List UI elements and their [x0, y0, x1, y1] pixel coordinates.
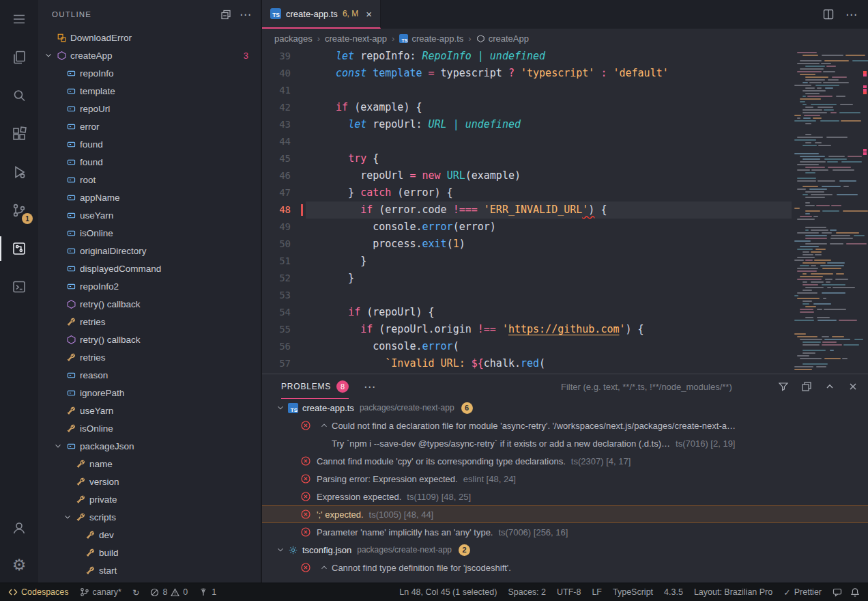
filter-icon[interactable]	[778, 381, 789, 392]
problem-item[interactable]: Expression expected.ts(1109) [48, 25]	[262, 488, 868, 505]
outline-item-displayedcommand[interactable]: displayedCommand	[38, 260, 261, 277]
run-debug-icon[interactable]	[0, 153, 38, 191]
search-icon[interactable]	[0, 76, 38, 115]
typescript-version-status[interactable]: 4.3.5	[664, 587, 683, 597]
tab-create-app-ts[interactable]: TS create-app.ts 6, M ×	[262, 0, 381, 29]
code-line-57[interactable]: 57 `Invalid URL: ${chalk.red(	[262, 355, 792, 372]
code-line-58[interactable]: 58 `"${example}"`)}	[262, 372, 792, 374]
outline-item-start[interactable]: start	[38, 561, 261, 579]
outline-item-repoinfo2[interactable]: repoInfo2	[38, 277, 261, 295]
problem-item[interactable]: Cannot find type definition file for 'js…	[262, 559, 868, 576]
outline-item-isonline[interactable]: isOnline	[38, 419, 261, 437]
outline-item-repourl[interactable]: repoUrl	[38, 100, 261, 117]
encoding-status[interactable]: UTF-8	[557, 587, 581, 597]
editor-more-icon[interactable]: ⋯	[845, 9, 857, 20]
minimap[interactable]	[792, 48, 868, 374]
code-line-43[interactable]: 43 let repoUrl: URL | undefined	[262, 116, 792, 133]
code-line-50[interactable]: 50 process.exit(1)	[262, 236, 792, 253]
outline-item-repoinfo[interactable]: repoInfo	[38, 64, 261, 82]
outline-item-retries[interactable]: retries	[38, 313, 261, 331]
breadcrumb-file[interactable]: TS create-app.ts	[399, 33, 463, 44]
code-line-41[interactable]: 41	[262, 82, 792, 99]
breadcrumb-create-next-app[interactable]: create-next-app	[325, 33, 387, 44]
layout-status[interactable]: Layout: Brazilian Pro	[694, 587, 772, 597]
language-mode-status[interactable]: TypeScript	[613, 587, 653, 597]
outline-item-retries[interactable]: retries	[38, 348, 261, 366]
code-line-47[interactable]: 47 } catch (error) {	[262, 184, 792, 201]
feedback-icon[interactable]	[833, 587, 842, 597]
code-area[interactable]: 39 let repoInfo: RepoInfo | undefined40 …	[262, 48, 792, 374]
cursor-position-status[interactable]: Ln 48, Col 45 (1 selected)	[399, 587, 497, 597]
code-line-42[interactable]: 42 if (example) {	[262, 99, 792, 116]
sync-icon[interactable]: ↻	[132, 587, 139, 598]
code-line-45[interactable]: 45 try {	[262, 150, 792, 167]
problem-detail-row[interactable]: The file is in the program because:	[262, 576, 868, 583]
problems-file-row-tsconfig-json[interactable]: tsconfig.jsonpackages/create-next-app2	[262, 541, 868, 559]
problems-file-row-create-app-ts[interactable]: TScreate-app.tspackages/create-next-app6	[262, 399, 868, 417]
ports-forwarded-status[interactable]: 1	[199, 587, 216, 597]
eol-status[interactable]: LF	[592, 587, 602, 597]
outline-item-name[interactable]: name	[38, 455, 261, 473]
maximize-panel-icon[interactable]	[824, 381, 835, 392]
accounts-icon[interactable]	[0, 509, 38, 547]
code-line-39[interactable]: 39 let repoInfo: RepoInfo | undefined	[262, 48, 792, 65]
outline-item-isonline[interactable]: isOnline	[38, 224, 261, 242]
outline-item-retry-callback[interactable]: retry() callback	[38, 331, 261, 348]
outline-more-icon[interactable]: ⋯	[240, 9, 251, 20]
code-line-54[interactable]: 54 if (repoUrl) {	[262, 304, 792, 321]
indentation-status[interactable]: Spaces: 2	[508, 587, 546, 597]
outline-item-downloaderror[interactable]: DownloadError	[38, 29, 261, 46]
problem-item[interactable]: Parameter 'name' implicitly has an 'any'…	[262, 523, 868, 541]
code-line-46[interactable]: 46 repoUrl = new URL(example)	[262, 167, 792, 184]
notifications-bell-icon[interactable]	[850, 587, 860, 597]
breadcrumb-packages[interactable]: packages	[274, 33, 313, 44]
problem-item[interactable]: Could not find a declaration file for mo…	[262, 417, 868, 434]
problem-detail-row[interactable]: Try `npm i --save-dev @types/async-retry…	[262, 434, 868, 452]
menu-icon[interactable]	[0, 0, 38, 38]
code-line-55[interactable]: 55 if (repoUrl.origin !== 'https://githu…	[262, 321, 792, 338]
outline-item-version[interactable]: version	[38, 473, 261, 490]
tab-problems[interactable]: PROBLEMS 8	[281, 374, 349, 399]
problem-item[interactable]: Parsing error: Expression expected.eslin…	[262, 470, 868, 488]
outline-item-found[interactable]: found	[38, 135, 261, 153]
source-control-icon[interactable]: 1	[0, 191, 38, 229]
outline-item-packagejson[interactable]: packageJson	[38, 437, 261, 455]
outline-item-private[interactable]: private	[38, 490, 261, 508]
outline-item-appname[interactable]: appName	[38, 188, 261, 206]
outline-item-useyarn[interactable]: useYarn	[38, 206, 261, 224]
terminal-panel-icon[interactable]	[0, 268, 38, 306]
code-line-40[interactable]: 40 const template = typescript ? 'typesc…	[262, 65, 792, 82]
outline-item-createapp[interactable]: createApp3	[38, 46, 261, 64]
outline-item-template[interactable]: template	[38, 82, 261, 100]
problem-item[interactable]: ';' expected.ts(1005) [48, 44]	[262, 505, 868, 523]
outline-item-found[interactable]: found	[38, 153, 261, 171]
close-panel-icon[interactable]	[848, 381, 858, 392]
outline-item-ignorepath[interactable]: ignorePath	[38, 384, 261, 402]
code-line-48[interactable]: 48 if (error.code !=== 'ERR_INVALID_URL'…	[262, 201, 792, 219]
collapse-all-icon[interactable]	[220, 9, 231, 20]
explorer-icon[interactable]	[0, 38, 38, 76]
code-line-44[interactable]: 44	[262, 133, 792, 150]
outline-item-originaldirectory[interactable]: originalDirectory	[38, 242, 261, 260]
problems-status[interactable]: 8 0	[150, 587, 188, 597]
code-line-49[interactable]: 49 console.error(error)	[262, 219, 792, 236]
outline-item-build[interactable]: build	[38, 544, 261, 561]
outline-item-scripts[interactable]: scripts	[38, 508, 261, 526]
code-line-52[interactable]: 52 }	[262, 270, 792, 287]
code-line-53[interactable]: 53	[262, 287, 792, 304]
split-editor-icon[interactable]	[822, 8, 835, 20]
outline-item-error[interactable]: error	[38, 117, 261, 135]
code-line-51[interactable]: 51 }	[262, 253, 792, 270]
code-line-56[interactable]: 56 console.error(	[262, 338, 792, 355]
outline-item-dev[interactable]: dev	[38, 526, 261, 544]
outline-item-reason[interactable]: reason	[38, 366, 261, 384]
git-branch-status[interactable]: canary*	[80, 587, 121, 597]
problems-filter-input[interactable]	[561, 382, 766, 392]
outline-item-useyarn[interactable]: useYarn	[38, 402, 261, 419]
code-editor[interactable]: 39 let repoInfo: RepoInfo | undefined40 …	[262, 48, 868, 374]
panel-more-icon[interactable]: ⋯	[364, 381, 375, 393]
extensions-icon[interactable]	[0, 115, 38, 153]
open-in-editor-icon[interactable]	[801, 381, 812, 392]
remote-indicator[interactable]: Codespaces	[8, 587, 69, 597]
remote-explorer-icon[interactable]	[0, 229, 38, 268]
